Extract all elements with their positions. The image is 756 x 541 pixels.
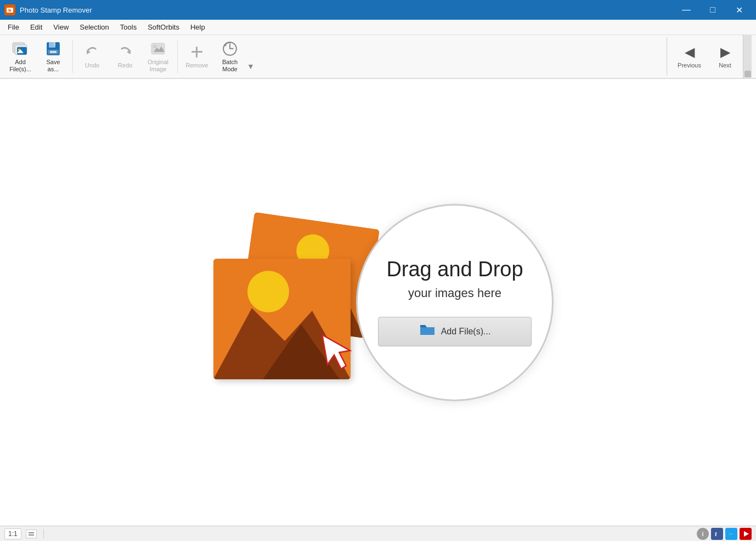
folder-icon (419, 323, 436, 341)
svg-rect-11 (54, 42, 55, 46)
svg-marker-31 (322, 331, 353, 371)
close-button[interactable]: ✕ (726, 0, 752, 20)
remove-label: Remove (186, 62, 208, 69)
right-scrollbar[interactable] (743, 35, 752, 78)
toolbar-redo-button[interactable]: Redo (109, 38, 141, 75)
menu-softorbits[interactable]: SoftOrbits (142, 21, 185, 33)
app-title: Photo Stamp Remover (20, 6, 674, 14)
svg-point-8 (18, 49, 20, 51)
zoom-indicator: 1:1 (4, 528, 21, 539)
menu-view[interactable]: View (48, 21, 74, 33)
svg-rect-20 (196, 47, 198, 58)
menu-file[interactable]: File (2, 21, 25, 33)
save-as-label: Saveas... (46, 59, 60, 73)
undo-label: Undo (85, 62, 99, 69)
toolbar-add-files-button[interactable]: AddFile(s)... (4, 38, 36, 75)
toolbar-original-image-button[interactable]: OriginalImage (142, 38, 174, 75)
menu-edit[interactable]: Edit (25, 21, 48, 33)
main-content: Drag and Drop your images here Add File(… (0, 79, 756, 526)
facebook-button[interactable]: f (711, 528, 723, 540)
drop-zone-circle[interactable]: Drag and Drop your images here Add File(… (356, 204, 554, 401)
previous-label: Previous (678, 62, 701, 69)
svg-rect-32 (29, 532, 34, 533)
svg-text:f: f (715, 531, 717, 537)
twitter-button[interactable]: 🐦 (725, 528, 737, 540)
status-separator (43, 529, 44, 539)
menu-bar: File Edit View Selection Tools SoftOrbit… (0, 20, 756, 35)
svg-point-28 (247, 271, 289, 312)
maximize-button[interactable]: □ (700, 0, 725, 20)
menu-help[interactable]: Help (185, 21, 211, 33)
window-controls: — □ ✕ (674, 0, 752, 20)
add-files-label: AddFile(s)... (9, 59, 31, 73)
svg-rect-13 (50, 51, 57, 53)
drop-zone-wrapper: Drag and Drop your images here Add File(… (202, 204, 554, 401)
view-toggle[interactable] (26, 529, 37, 538)
info-button[interactable]: i (697, 528, 709, 540)
next-arrow-icon: ▶ (720, 44, 730, 60)
toolbar-undo-button[interactable]: Undo (76, 38, 108, 75)
minimize-button[interactable]: — (674, 0, 699, 20)
more-button[interactable]: ▼ (247, 38, 255, 75)
toolbar-save-as-button[interactable]: Saveas... (37, 38, 69, 75)
svg-point-3 (8, 9, 9, 10)
toolbar-remove-button[interactable]: Remove (181, 38, 213, 75)
toolbar-divider-1 (72, 40, 73, 73)
next-label: Next (719, 62, 731, 69)
add-files-btn-label: Add File(s)... (441, 327, 491, 337)
menu-tools[interactable]: Tools (115, 21, 142, 33)
drag-drop-subtitle: your images here (408, 286, 501, 300)
toolbar: AddFile(s)... Saveas... Undo Redo (0, 35, 756, 79)
previous-button[interactable]: ◀ Previous (672, 38, 707, 75)
next-button[interactable]: ▶ Next (707, 38, 743, 75)
youtube-button[interactable] (740, 528, 752, 540)
status-bar: 1:1 i f 🐦 (0, 526, 756, 541)
drag-drop-title: Drag and Drop (386, 258, 523, 281)
navigation-area: ◀ Previous ▶ Next (667, 37, 752, 76)
svg-text:🐦: 🐦 (728, 531, 735, 538)
social-icons: i f 🐦 (697, 528, 752, 540)
svg-point-18 (153, 45, 156, 48)
add-files-button[interactable]: Add File(s)... (378, 317, 532, 346)
original-image-label: OriginalImage (148, 59, 168, 73)
app-icon (4, 4, 15, 15)
title-bar: Photo Stamp Remover — □ ✕ (0, 0, 756, 20)
batch-mode-label: BatchMode (222, 59, 238, 73)
redo-label: Redo (118, 62, 132, 69)
toolbar-divider-2 (177, 40, 178, 73)
svg-rect-33 (29, 534, 34, 536)
toolbar-batch-mode-button[interactable]: BatchMode (214, 38, 246, 75)
menu-selection[interactable]: Selection (74, 21, 114, 33)
svg-rect-6 (17, 47, 27, 55)
previous-arrow-icon: ◀ (685, 44, 695, 60)
